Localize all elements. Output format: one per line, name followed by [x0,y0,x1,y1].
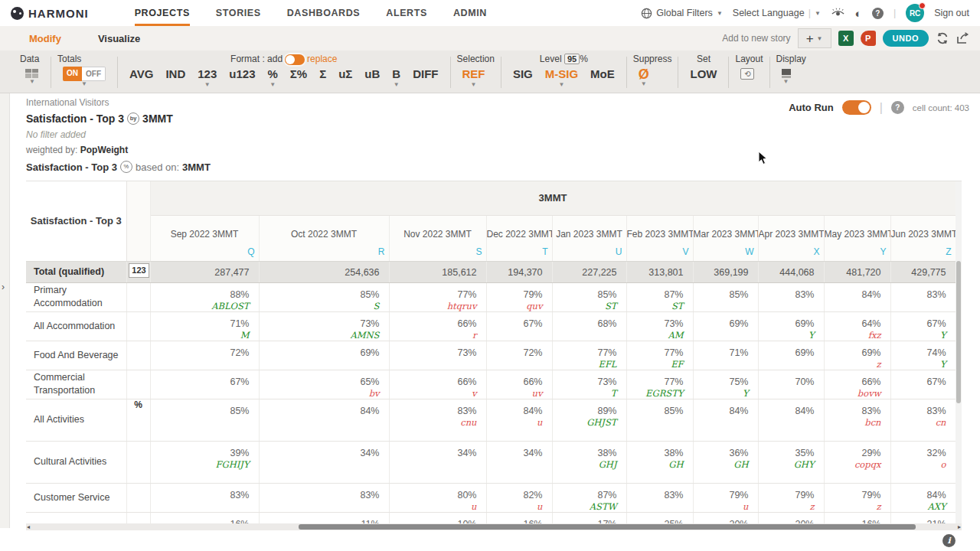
level-value[interactable]: 95 [564,54,580,64]
select-language-menu[interactable]: Select Language | ▼ [733,8,821,18]
totals-toggle[interactable]: ON OFF ▼ [57,67,111,88]
report-title-metric: 3MMT [142,113,173,124]
layout-button[interactable]: ⟲ ▼ [735,68,760,86]
sig-button[interactable]: SIG▼ [508,67,538,89]
cell-value: 73% [390,341,486,358]
u-sigma-button[interactable]: uΣ▼ [333,67,358,89]
sigma-percent-button[interactable]: Σ%▼ [285,67,312,89]
cell-value: 66% [487,370,552,387]
horizontal-scrollbar-thumb[interactable] [299,524,916,530]
expand-sidebar-chevron-icon[interactable]: › [2,282,5,292]
123-button[interactable]: 123▼ [192,67,222,89]
low-button[interactable]: LOW▼ [684,67,722,89]
suppress-button[interactable]: Ø ▼ [633,67,655,88]
column-header[interactable]: Jun 2023 3MMTZ [890,215,956,261]
b-button[interactable]: B▼ [387,67,406,89]
percent-button[interactable]: %▼ [262,67,283,89]
column-header[interactable]: Dec 2022 3MMTT [486,215,552,261]
table-cell: 369,199 [693,261,758,282]
row-label[interactable]: Food And Beverage [26,341,126,370]
column-header[interactable]: May 2023 3MMTY [824,215,890,261]
column-header[interactable]: Nov 2022 3MMTS [389,215,486,261]
eye-icon[interactable] [831,8,845,18]
format-toggle[interactable] [285,54,305,65]
avg-button[interactable]: AVG▼ [124,67,158,89]
stat-gutter-cell: 123 [126,261,150,282]
ub-button[interactable]: uB▼ [359,67,385,89]
sign-out-link[interactable]: Sign out [934,8,969,18]
popout-icon[interactable] [956,32,969,44]
u123-button[interactable]: u123▼ [224,67,260,89]
vertical-scrollbar[interactable]: ▼ [956,181,962,529]
nav-alerts[interactable]: ALERTS [386,0,427,26]
column-header[interactable]: Jan 2023 3MMTU [552,215,626,261]
column-header[interactable]: Apr 2023 3MMTX [758,215,824,261]
row-label[interactable]: Cultural Activities [26,441,126,483]
brand[interactable]: HARMONI [11,0,89,26]
nav-admin[interactable]: ADMIN [453,0,487,26]
column-header[interactable]: Oct 2022 3MMTR [259,215,389,261]
significance-letters: GHJST [553,416,626,428]
msig-button[interactable]: M-SIG▼ [540,67,583,89]
row-label[interactable]: All Activities [26,399,126,441]
cell-value: 227,225 [553,262,626,278]
avatar[interactable]: RC [906,4,924,22]
table-cell: 79%z [758,483,824,512]
row-label[interactable]: Primary Accommodation [26,282,126,311]
nav-projects[interactable]: PROJECTS [135,0,190,26]
moe-button[interactable]: MoE▼ [585,67,620,89]
scroll-left-arrow-icon[interactable]: ◂ [27,523,30,530]
column-header[interactable]: Feb 2023 3MMTV [626,215,693,261]
column-header[interactable]: Mar 2023 3MMTW [693,215,758,261]
help-icon[interactable]: ? [891,101,904,114]
help-icon[interactable]: ? [872,8,884,19]
percent-badge[interactable]: % [120,161,132,173]
totals-on-button[interactable]: ON [63,67,82,81]
vertical-scrollbar-thumb[interactable] [956,261,961,403]
data-button[interactable]: ▼ [20,69,44,86]
tab-modify[interactable]: Modify [29,33,61,44]
diff-button[interactable]: DIFF▼ [407,67,443,89]
row-label[interactable]: Total (qualified) [26,261,126,282]
row-label[interactable]: Customer Service [26,483,126,512]
table-cell: 67% [150,370,259,399]
mouse-cursor [758,151,769,166]
display-button[interactable]: ▼ [776,69,796,86]
auto-run-toggle[interactable] [842,100,871,115]
report-subtitle: International Visitors [26,98,211,107]
global-filters-menu[interactable]: Global Filters ▼ [641,8,723,19]
column-header[interactable]: Sep 2022 3MMTQ [150,215,259,261]
ind-button[interactable]: IND▼ [160,67,191,89]
by-badge[interactable]: by [127,112,139,125]
span-header[interactable]: 3MMT [150,181,956,215]
ref-button[interactable]: REF▼ [457,67,491,89]
undo-button[interactable]: UNDO [883,30,929,47]
chevron-down-icon: ▼ [783,79,789,86]
sigma-button[interactable]: Σ▼ [314,67,332,89]
table-cell: 32%o [890,441,956,483]
totals-off-button[interactable]: OFF [82,67,106,81]
table-cell: 35%GHY [758,441,824,483]
cell-value: 71% [151,312,259,329]
nav-stories[interactable]: STORIES [216,0,261,26]
tab-visualize[interactable]: Visualize [98,33,140,44]
significance-letters: Y [891,329,956,341]
row-label[interactable]: All Accommodation [26,311,126,341]
row-label[interactable]: Commercial Transportation [26,370,126,399]
level-group-label: Level 95% [508,51,620,64]
horizontal-scrollbar[interactable]: ◂ ▸ [26,523,962,530]
column-header-label: Sep 2022 3MMT [151,216,259,240]
export-excel-button[interactable]: X [838,31,854,46]
export-powerpoint-button[interactable]: P [861,31,876,46]
significance-letters: ST [553,300,626,311]
divider: | [893,8,896,18]
add-to-story-button[interactable]: + ▼ [798,28,831,48]
table-cell: 84%AXY [890,483,956,512]
stat-type-badge[interactable]: 123 [129,263,149,278]
refresh-icon[interactable] [936,31,949,45]
info-button[interactable]: i [942,534,956,547]
stat-type-badge[interactable]: % [134,399,142,410]
nav-dashboards[interactable]: DASHBOARDS [287,0,361,26]
contrast-icon[interactable]: ◐ [855,7,862,20]
scroll-right-arrow-icon[interactable]: ▸ [958,523,961,530]
